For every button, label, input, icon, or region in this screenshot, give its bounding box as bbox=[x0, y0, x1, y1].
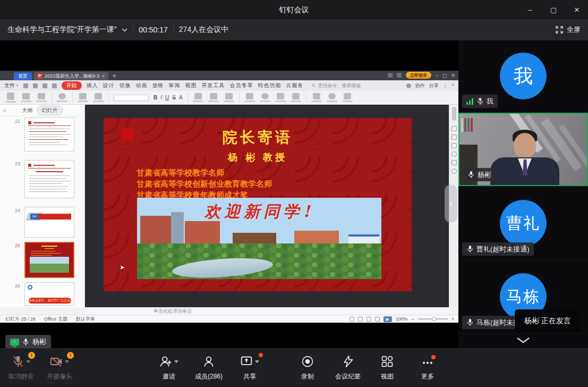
maximize-button[interactable]: ▢ bbox=[550, 6, 557, 14]
ribbon-paste[interactable] bbox=[5, 92, 16, 103]
menu-item[interactable]: 设计 bbox=[103, 82, 115, 89]
collapse-ribbon-icon[interactable]: ^ bbox=[452, 83, 454, 88]
format-buttons[interactable]: BIUSA bbox=[154, 95, 183, 100]
ribbon-textbox[interactable] bbox=[244, 93, 255, 102]
layout-icon[interactable] bbox=[388, 73, 393, 78]
help-icon[interactable] bbox=[451, 152, 457, 157]
ribbon-format-painter[interactable] bbox=[36, 93, 47, 102]
scroll-down-chevron-icon[interactable] bbox=[516, 337, 531, 343]
menu-start[interactable]: 开始 bbox=[62, 81, 82, 90]
print-icon[interactable] bbox=[33, 83, 38, 88]
notes-toggle-icon[interactable] bbox=[350, 317, 354, 322]
share-doc-button[interactable]: 分享 bbox=[429, 82, 439, 89]
ribbon-new-slide[interactable] bbox=[78, 93, 88, 102]
ribbon-tools[interactable] bbox=[311, 93, 322, 102]
properties-icon[interactable] bbox=[451, 143, 457, 148]
ribbon-play[interactable] bbox=[57, 93, 67, 102]
ribbon-align[interactable] bbox=[193, 93, 203, 102]
menu-item[interactable]: 开发工具 bbox=[202, 82, 225, 89]
menu-item[interactable]: 特色功能 bbox=[258, 82, 282, 89]
caret-down-icon[interactable] bbox=[174, 360, 178, 363]
wps-document-tab[interactable]: P 2022届新生入学...杨彬9.3 ✕ bbox=[34, 72, 108, 80]
close-button[interactable]: ✕ bbox=[573, 6, 581, 14]
new-tab-button[interactable]: + bbox=[113, 72, 116, 80]
wps-maximize-icon[interactable]: ▢ bbox=[442, 73, 447, 78]
ribbon-columns[interactable] bbox=[224, 93, 234, 102]
caret-down-icon[interactable] bbox=[65, 360, 69, 363]
scrollbar[interactable] bbox=[452, 107, 456, 121]
font-select[interactable] bbox=[114, 95, 149, 101]
settings-icon[interactable] bbox=[451, 126, 457, 131]
menu-item[interactable]: 视图 bbox=[185, 82, 197, 89]
minimize-button[interactable]: – bbox=[526, 6, 534, 14]
ribbon-layout[interactable] bbox=[93, 93, 104, 102]
ribbon-picture[interactable] bbox=[275, 93, 286, 102]
ribbon-list[interactable] bbox=[208, 93, 219, 102]
tab-slides[interactable]: 幻灯片 bbox=[37, 106, 63, 115]
slide-thumb-22[interactable] bbox=[24, 117, 74, 152]
resource-icon[interactable] bbox=[451, 169, 457, 174]
fullscreen-button[interactable]: 全屏 bbox=[556, 25, 581, 35]
members-button[interactable]: 成员(286) bbox=[186, 355, 231, 381]
menu-item[interactable]: 会员专享 bbox=[230, 82, 253, 89]
chevron-down-icon[interactable] bbox=[122, 28, 127, 32]
comment-icon[interactable] bbox=[358, 317, 363, 322]
participant-tile-yangbin-video[interactable]: 杨彬 bbox=[458, 113, 588, 186]
image-icon[interactable] bbox=[451, 160, 457, 165]
wps-close-icon[interactable]: ✕ bbox=[451, 73, 455, 78]
add-slide-button[interactable]: + bbox=[0, 297, 85, 305]
slide-thumb-25-selected[interactable] bbox=[24, 242, 74, 278]
slide-thumb-24[interactable]: 04 bbox=[24, 207, 74, 238]
ribbon-shapes[interactable] bbox=[260, 93, 270, 102]
zoom-out-icon[interactable]: – bbox=[412, 316, 414, 322]
current-slide[interactable]: 院长寄语 杨 彬 教授 甘肃省高等学校教学名师 甘肃省高等学校创新创业教育教学名… bbox=[104, 118, 412, 291]
redo-icon[interactable] bbox=[52, 83, 57, 88]
ribbon-cut[interactable] bbox=[21, 93, 31, 102]
collab-button[interactable]: 协作 bbox=[415, 82, 425, 89]
ribbon-find[interactable] bbox=[327, 93, 337, 102]
tab-outline[interactable]: 大纲 bbox=[22, 107, 33, 114]
notes-bar[interactable]: 单击此处添加备注 bbox=[86, 307, 449, 315]
zoom-level[interactable]: 100% bbox=[396, 316, 408, 322]
menu-item[interactable]: 切换 bbox=[120, 82, 131, 89]
apps-icon[interactable] bbox=[397, 73, 402, 78]
tab-close-icon[interactable]: ✕ bbox=[101, 74, 105, 79]
menu-item[interactable]: 放映 bbox=[152, 82, 164, 89]
undo-icon[interactable] bbox=[42, 83, 47, 88]
invite-button[interactable]: 邀请 bbox=[147, 355, 191, 381]
zoom-in-icon[interactable]: + bbox=[451, 316, 454, 322]
camera-on-button[interactable]: ! 开摄像头 bbox=[37, 355, 82, 381]
menu-file[interactable]: 文件▾ bbox=[4, 82, 19, 89]
ribbon-fill[interactable] bbox=[291, 93, 301, 102]
caret-down-icon[interactable] bbox=[255, 360, 259, 363]
slide-thumb-23[interactable] bbox=[24, 160, 74, 198]
menu-item[interactable]: 动画 bbox=[136, 82, 148, 89]
animation-icon[interactable] bbox=[451, 134, 457, 140]
menu-item[interactable]: 审阅 bbox=[169, 82, 181, 89]
menu-item[interactable]: 云服务 bbox=[286, 82, 304, 89]
wps-home-tab[interactable]: 首页 bbox=[14, 72, 32, 80]
expand-panel-chevron[interactable]: › bbox=[445, 184, 457, 223]
save-icon[interactable] bbox=[23, 83, 28, 88]
slide-number: 22 bbox=[10, 119, 20, 124]
meeting-minutes-button[interactable]: 会议纪要 bbox=[326, 355, 370, 381]
normal-view-icon[interactable] bbox=[367, 317, 371, 322]
menu-item[interactable]: 插入 bbox=[87, 82, 98, 89]
slideshow-play-button[interactable]: ▶ bbox=[384, 316, 392, 322]
wps-login-button[interactable]: 立即登录 bbox=[406, 72, 431, 79]
command-search[interactable]: 查找命令、搜索模板 bbox=[312, 82, 361, 89]
more-button[interactable]: 更多 bbox=[405, 355, 450, 381]
panel-collapse-icon[interactable]: « bbox=[3, 107, 6, 113]
ribbon-slideshow[interactable] bbox=[342, 93, 353, 102]
participant-tile-caoli[interactable]: 曹礼 曹礼(超时未接通) bbox=[458, 187, 588, 259]
wps-minimize-icon[interactable]: – bbox=[436, 73, 438, 78]
share-screen-button[interactable]: 共享 bbox=[227, 355, 272, 381]
sorter-view-icon[interactable] bbox=[375, 317, 380, 322]
more-menu-icon[interactable]: ⋮ bbox=[443, 83, 448, 88]
record-button[interactable]: 录制 bbox=[285, 355, 330, 381]
sync-icon[interactable] bbox=[406, 83, 411, 88]
caret-down-icon[interactable] bbox=[26, 360, 30, 363]
view-layout-button[interactable]: 视图 bbox=[365, 355, 410, 381]
participant-tile-me[interactable]: 我 我 bbox=[458, 40, 588, 112]
zoom-slider[interactable] bbox=[418, 318, 448, 319]
